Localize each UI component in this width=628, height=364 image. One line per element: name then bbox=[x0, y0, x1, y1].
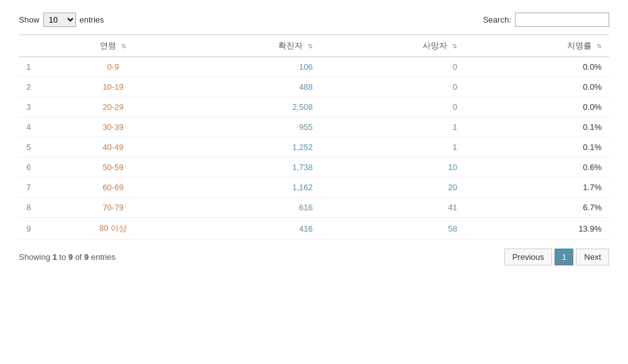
search-box: Search: bbox=[483, 13, 609, 27]
cell-fatality: 0.0% bbox=[465, 77, 609, 97]
cell-deaths: 41 bbox=[320, 198, 465, 218]
cell-confirmed: 616 bbox=[176, 198, 320, 218]
cell-deaths: 1 bbox=[320, 117, 465, 137]
cell-fatality: 13.9% bbox=[465, 218, 609, 240]
table-row: 210-1948800.0% bbox=[19, 77, 609, 97]
col-header-fatality[interactable]: 치명률 ⇅ bbox=[465, 35, 609, 57]
table-row: 870-79616416.7% bbox=[19, 198, 609, 218]
table-row: 650-591,738100.6% bbox=[19, 158, 609, 178]
cell-fatality: 1.7% bbox=[465, 178, 609, 198]
entries-label: entries bbox=[80, 15, 104, 24]
table-row: 540-491,25210.1% bbox=[19, 137, 609, 158]
cell-index: 5 bbox=[19, 137, 50, 158]
col-age-sort-icon: ⇅ bbox=[121, 43, 126, 50]
cell-index: 1 bbox=[19, 57, 50, 77]
col-confirmed-sort-icon: ⇅ bbox=[308, 43, 313, 50]
cell-index: 9 bbox=[19, 218, 50, 240]
cell-confirmed: 1,252 bbox=[176, 137, 320, 158]
current-page-number[interactable]: 1 bbox=[555, 249, 573, 265]
show-label: Show bbox=[19, 15, 40, 24]
cell-fatality: 0.0% bbox=[465, 57, 609, 77]
next-button[interactable]: Next bbox=[576, 249, 609, 265]
cell-age: 80 이상 bbox=[50, 218, 176, 240]
cell-deaths: 20 bbox=[320, 178, 465, 198]
cell-index: 4 bbox=[19, 117, 50, 137]
col-header-deaths[interactable]: 사망자 ⇅ bbox=[320, 35, 465, 57]
cell-fatality: 0.1% bbox=[465, 117, 609, 137]
cell-confirmed: 106 bbox=[176, 57, 320, 77]
col-age-label: 연령 bbox=[100, 41, 116, 50]
cell-age: 60-69 bbox=[50, 178, 176, 198]
cell-fatality: 0.1% bbox=[465, 137, 609, 158]
show-entries-control: Show 10 25 50 100 entries bbox=[19, 13, 104, 27]
table-row: 430-3995510.1% bbox=[19, 117, 609, 137]
col-header-confirmed[interactable]: 확진자 ⇅ bbox=[176, 35, 320, 57]
cell-age: 30-39 bbox=[50, 117, 176, 137]
table-header-row: 연령 ⇅ 확진자 ⇅ 사망자 ⇅ 치명률 ⇅ bbox=[19, 35, 609, 57]
cell-age: 70-79 bbox=[50, 198, 176, 218]
col-deaths-label: 사망자 bbox=[423, 41, 447, 50]
cell-confirmed: 2,508 bbox=[176, 97, 320, 117]
top-controls: Show 10 25 50 100 entries Search: bbox=[19, 13, 609, 27]
cell-deaths: 0 bbox=[320, 77, 465, 97]
cell-age: 40-49 bbox=[50, 137, 176, 158]
cell-confirmed: 488 bbox=[176, 77, 320, 97]
cell-age: 20-29 bbox=[50, 97, 176, 117]
previous-button[interactable]: Previous bbox=[504, 249, 553, 265]
cell-confirmed: 955 bbox=[176, 117, 320, 137]
cell-fatality: 0.6% bbox=[465, 158, 609, 178]
cell-index: 8 bbox=[19, 198, 50, 218]
cell-index: 7 bbox=[19, 178, 50, 198]
cell-deaths: 10 bbox=[320, 158, 465, 178]
cell-index: 2 bbox=[19, 77, 50, 97]
cell-fatality: 0.0% bbox=[465, 97, 609, 117]
data-table: 연령 ⇅ 확진자 ⇅ 사망자 ⇅ 치명률 ⇅ 10-910600.0%210-1… bbox=[19, 35, 609, 240]
showing-text: Showing 1 to 9 of 9 entries bbox=[19, 252, 116, 262]
cell-age: 0-9 bbox=[50, 57, 176, 77]
cell-deaths: 0 bbox=[320, 57, 465, 77]
table-row: 760-691,162201.7% bbox=[19, 178, 609, 198]
cell-confirmed: 416 bbox=[176, 218, 320, 240]
col-header-age[interactable]: 연령 ⇅ bbox=[50, 35, 176, 57]
search-label: Search: bbox=[483, 15, 511, 24]
cell-age: 50-59 bbox=[50, 158, 176, 178]
cell-index: 6 bbox=[19, 158, 50, 178]
pagination: Previous 1 Next bbox=[504, 249, 609, 265]
cell-deaths: 58 bbox=[320, 218, 465, 240]
cell-fatality: 6.7% bbox=[465, 198, 609, 218]
cell-confirmed: 1,738 bbox=[176, 158, 320, 178]
col-fatality-label: 치명률 bbox=[567, 41, 592, 50]
bottom-controls: Showing 1 to 9 of 9 entries Previous 1 N… bbox=[19, 249, 609, 265]
table-body: 10-910600.0%210-1948800.0%320-292,50800.… bbox=[19, 57, 609, 240]
search-input[interactable] bbox=[515, 13, 609, 27]
table-row: 320-292,50800.0% bbox=[19, 97, 609, 117]
showing-info: Showing 1 to 9 of 9 entries bbox=[19, 252, 116, 262]
entries-per-page-select[interactable]: 10 25 50 100 bbox=[43, 13, 76, 27]
cell-deaths: 1 bbox=[320, 137, 465, 158]
col-header-index bbox=[19, 35, 50, 57]
table-row: 980 이상4165813.9% bbox=[19, 218, 609, 240]
col-deaths-sort-icon: ⇅ bbox=[452, 43, 457, 50]
cell-deaths: 0 bbox=[320, 97, 465, 117]
cell-age: 10-19 bbox=[50, 77, 176, 97]
col-confirmed-label: 확진자 bbox=[278, 41, 303, 50]
table-row: 10-910600.0% bbox=[19, 57, 609, 77]
cell-index: 3 bbox=[19, 97, 50, 117]
cell-confirmed: 1,162 bbox=[176, 178, 320, 198]
col-fatality-sort-icon: ⇅ bbox=[597, 43, 602, 50]
